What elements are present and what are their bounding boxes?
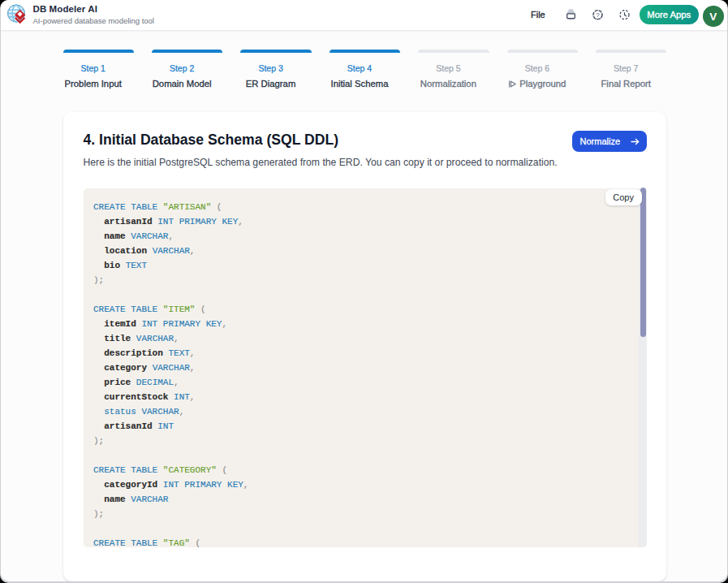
svg-text:?: ? <box>596 11 599 18</box>
